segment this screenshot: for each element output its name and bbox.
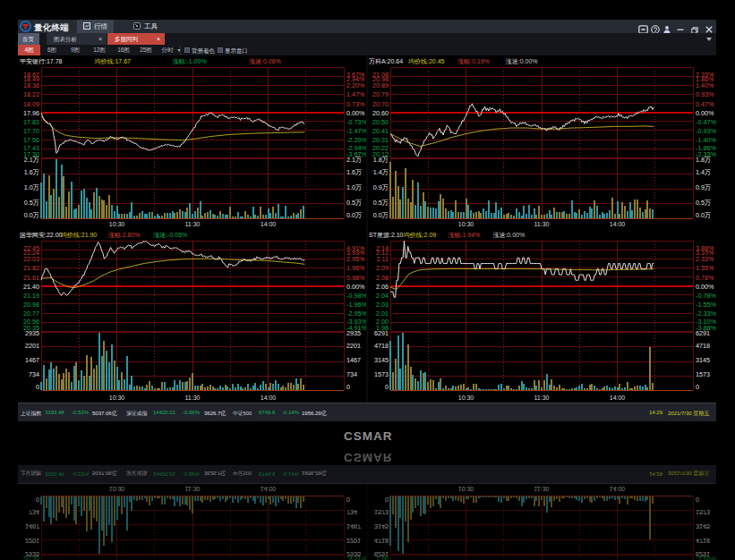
svg-text:1573: 1573 (696, 370, 710, 378)
svg-text:20.50: 20.50 (372, 118, 389, 126)
svg-text:20.41: 20.41 (372, 127, 389, 135)
svg-text:2201: 2201 (25, 537, 39, 545)
svg-text:22.03: 22.03 (23, 255, 39, 263)
svg-text:0.73%: 0.73% (346, 100, 365, 108)
svg-text:21.61: 21.61 (23, 274, 39, 282)
svg-text:-0.98%: -0.98% (346, 292, 367, 300)
svg-text:1573: 1573 (374, 370, 389, 378)
svg-text:-0.47%: -0.47% (696, 118, 716, 126)
svg-text:-1.47%: -1.47% (346, 127, 367, 135)
svg-text:1573: 1573 (374, 508, 389, 516)
svg-text:4718: 4718 (696, 537, 710, 545)
svg-text:20.79: 20.79 (372, 90, 389, 98)
svg-text:1.0万: 1.0万 (24, 183, 39, 191)
svg-text:0.5万: 0.5万 (24, 199, 39, 207)
svg-text:涨幅:2.80%: 涨幅:2.80% (108, 232, 141, 239)
svg-text:1.4万: 1.4万 (696, 168, 711, 176)
svg-text:0.0万: 0.0万 (24, 211, 39, 219)
svg-text:2201: 2201 (346, 537, 361, 545)
svg-text:14:00: 14:00 (610, 395, 626, 401)
svg-text:0: 0 (696, 496, 699, 504)
svg-text:0: 0 (385, 496, 389, 504)
svg-text:1.40%: 1.40% (696, 81, 714, 89)
svg-text:0: 0 (346, 496, 350, 504)
svg-text:11:30: 11:30 (534, 221, 550, 227)
svg-text:2935: 2935 (346, 329, 361, 337)
svg-text:1.0万: 1.0万 (346, 183, 362, 191)
svg-text:1467: 1467 (25, 522, 39, 530)
svg-text:0.47%: 0.47% (696, 100, 714, 108)
svg-text:11:30: 11:30 (185, 395, 201, 401)
svg-text:0.9万: 0.9万 (373, 183, 389, 191)
svg-text:6291: 6291 (374, 329, 389, 337)
svg-text:-1.96%: -1.96% (346, 301, 367, 309)
svg-text:17.96: 17.96 (23, 109, 39, 117)
svg-text:0.5万: 0.5万 (346, 199, 362, 207)
svg-text:2.20%: 2.20% (346, 81, 365, 89)
svg-text:-0.78%: -0.78% (696, 292, 716, 300)
svg-text:2.1万: 2.1万 (346, 156, 362, 164)
svg-text:1467: 1467 (25, 356, 39, 364)
svg-text:-0.93%: -0.93% (696, 127, 716, 135)
svg-text:均价线:20.45: 均价线:20.45 (407, 58, 445, 64)
svg-text:14:00: 14:00 (261, 221, 277, 227)
svg-text:2935: 2935 (346, 550, 361, 558)
svg-text:1.8万: 1.8万 (373, 156, 389, 164)
svg-text:1467: 1467 (346, 356, 361, 364)
svg-text:4718: 4718 (374, 342, 389, 350)
svg-text:0: 0 (346, 383, 350, 391)
svg-text:1.4万: 1.4万 (373, 168, 389, 176)
svg-text:18.22: 18.22 (23, 90, 39, 98)
svg-text:734: 734 (346, 508, 357, 516)
svg-text:1.96%: 1.96% (346, 264, 365, 272)
svg-text:11:30: 11:30 (534, 395, 550, 401)
svg-text:21.82: 21.82 (23, 264, 39, 272)
svg-text:涨幅:0.19%: 涨幅:0.19% (457, 58, 490, 65)
svg-text:1.6万: 1.6万 (346, 168, 362, 176)
svg-text:18.09: 18.09 (23, 100, 39, 108)
svg-text:21.19: 21.19 (23, 292, 39, 300)
svg-text:0.98%: 0.98% (346, 274, 365, 282)
svg-text:涨速:0.00%: 涨速:0.00% (506, 58, 538, 65)
svg-text:2.03: 2.03 (376, 301, 389, 309)
svg-text:均价线:17.67: 均价线:17.67 (94, 58, 132, 64)
svg-text:734: 734 (29, 370, 39, 378)
svg-text:4718: 4718 (696, 342, 710, 350)
svg-text:ST星源:2.10: ST星源:2.10 (369, 232, 404, 238)
svg-text:0.00%: 0.00% (696, 109, 714, 117)
svg-text:734: 734 (346, 370, 357, 378)
svg-text:0.93%: 0.93% (696, 90, 714, 98)
svg-text:2201: 2201 (346, 342, 361, 350)
svg-text:10:30: 10:30 (109, 395, 125, 401)
svg-text:3145: 3145 (696, 356, 710, 364)
svg-text:3145: 3145 (374, 356, 389, 364)
svg-text:2.95%: 2.95% (346, 255, 365, 263)
svg-text:0.0万: 0.0万 (346, 211, 362, 219)
svg-text:14:00: 14:00 (610, 221, 626, 227)
svg-text:0.5万: 0.5万 (696, 199, 711, 207)
svg-text:17.70: 17.70 (23, 127, 39, 135)
svg-text:20.98: 20.98 (23, 301, 39, 309)
svg-text:10:30: 10:30 (109, 221, 125, 227)
svg-text:3145: 3145 (374, 522, 389, 530)
svg-text:0.0万: 0.0万 (373, 211, 389, 219)
svg-text:万科A:20.64: 万科A:20.64 (369, 58, 403, 64)
svg-text:2.04: 2.04 (376, 292, 389, 300)
svg-text:734: 734 (29, 508, 39, 516)
svg-text:0: 0 (36, 496, 39, 504)
svg-text:6291: 6291 (374, 550, 389, 558)
svg-text:2935: 2935 (25, 550, 39, 558)
svg-text:2.11: 2.11 (377, 255, 389, 263)
svg-text:涨幅:1.94%: 涨幅:1.94% (449, 232, 481, 239)
svg-text:-0.73%: -0.73% (346, 118, 367, 126)
svg-text:0.9万: 0.9万 (696, 183, 711, 191)
svg-text:11:30: 11:30 (185, 221, 201, 227)
svg-text:2.06: 2.06 (376, 283, 389, 291)
svg-text:10:30: 10:30 (458, 395, 474, 401)
svg-text:0: 0 (36, 383, 39, 391)
svg-text:20.89: 20.89 (372, 81, 389, 89)
svg-text:0.00%: 0.00% (346, 109, 365, 117)
svg-text:17.83: 17.83 (23, 118, 39, 126)
svg-text:14:00: 14:00 (610, 486, 626, 492)
svg-text:2.1万: 2.1万 (24, 156, 39, 164)
